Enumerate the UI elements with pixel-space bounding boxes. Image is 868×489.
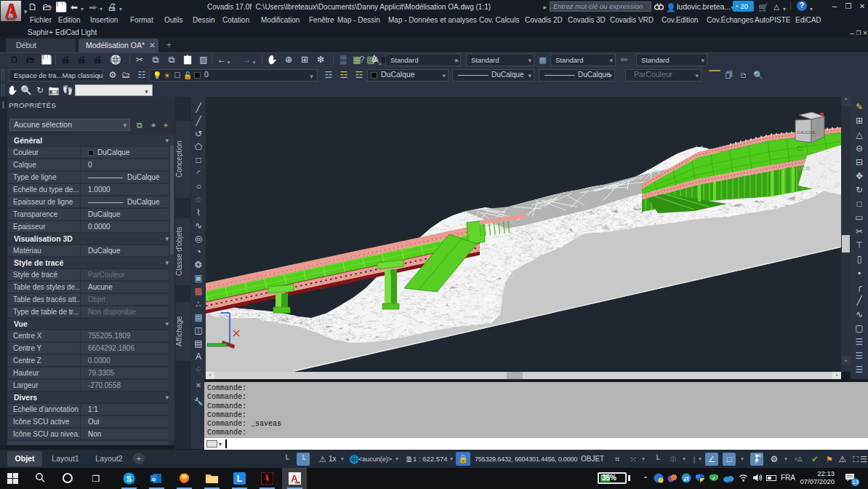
svg-text:M3D: M3D (7, 17, 16, 21)
svg-text:S: S (126, 474, 132, 483)
svg-text:⇄: ⇄ (683, 475, 689, 482)
svg-text:o: o (152, 476, 156, 482)
svg-text:GAUCHE: GAUCHE (797, 130, 816, 135)
svg-text:✓: ✓ (712, 475, 717, 482)
svg-text:SCG: SCG (798, 165, 810, 172)
svg-text:L: L (237, 474, 242, 484)
